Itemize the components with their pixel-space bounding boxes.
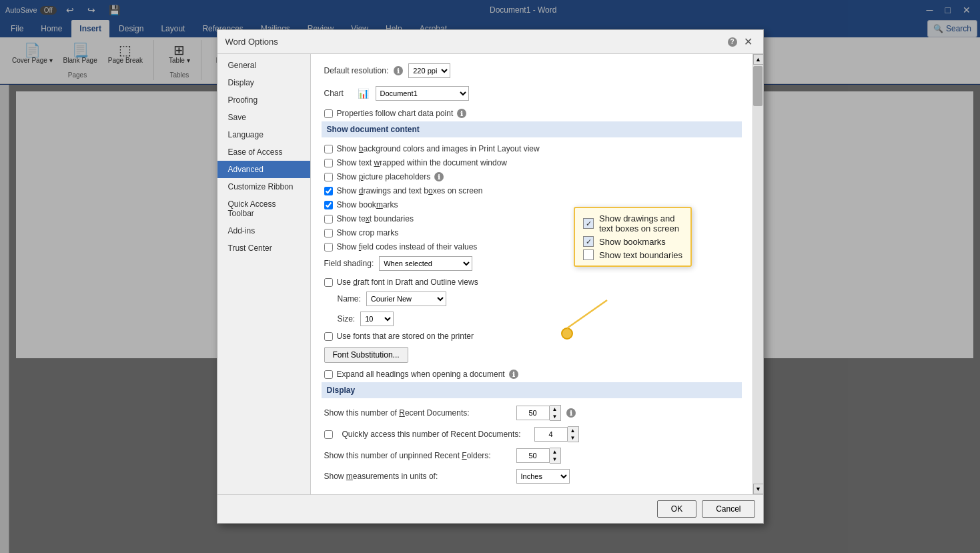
show-field-codes-checkbox[interactable]: [324, 243, 333, 251]
recent-docs-up-button[interactable]: ▲: [550, 406, 560, 413]
display-section-header: Display: [322, 382, 742, 398]
tooltip-check-boundaries: [583, 249, 594, 260]
content-inner: Default resolution: ℹ 220 ppi 96 ppi 150…: [311, 54, 753, 494]
tooltip-row-2: ✓ Show bookmarks: [583, 236, 682, 247]
scroll-down-button[interactable]: ▼: [753, 484, 763, 494]
properties-help-icon[interactable]: ℹ: [457, 109, 466, 118]
sidebar-item-save[interactable]: Save: [217, 109, 310, 126]
sidebar-item-add-ins[interactable]: Add-ins: [217, 222, 310, 239]
resolution-select[interactable]: 220 ppi 96 ppi 150 ppi: [408, 63, 450, 78]
show-text-boundaries-checkbox[interactable]: [324, 215, 333, 223]
font-name-select[interactable]: Courier New Arial Times New Roman: [366, 292, 446, 306]
expand-headings-help-icon[interactable]: ℹ: [509, 370, 518, 379]
field-shading-select[interactable]: When selected Always Never: [379, 256, 472, 271]
quick-access-down-button[interactable]: ▼: [568, 434, 578, 442]
cb-row-3: Show picture placeholders ℹ: [322, 171, 742, 183]
use-printer-fonts-checkbox[interactable]: [324, 332, 333, 341]
modal-help-icon[interactable]: ?: [728, 37, 737, 47]
sidebar-item-trust-center[interactable]: Trust Center: [217, 239, 310, 257]
show-crop-marks-checkbox[interactable]: [324, 229, 333, 237]
resolution-help-icon[interactable]: ℹ: [394, 66, 403, 75]
sidebar-item-quick-access-toolbar[interactable]: Quick Access Toolbar: [217, 195, 310, 222]
name-label: Name:: [338, 294, 361, 304]
show-bookmarks-checkbox[interactable]: [324, 201, 333, 209]
show-text-wrapped-checkbox[interactable]: [324, 159, 333, 167]
show-crop-marks-label: Show crop marks: [337, 228, 399, 237]
chart-doc-select[interactable]: Document1: [376, 86, 469, 101]
properties-checkbox[interactable]: [324, 109, 333, 118]
show-text-wrapped-label: Show text wrapped within the document wi…: [337, 158, 507, 167]
sidebar-item-customize-ribbon[interactable]: Customize Ribbon: [217, 178, 310, 195]
show-bg-checkbox[interactable]: [324, 145, 333, 153]
recent-folders-row: Show this number of unpinned Recent Fold…: [322, 446, 742, 465]
quick-access-label: Quickly access this number of Recent Doc…: [342, 430, 529, 439]
picture-placeholders-help-icon[interactable]: ℹ: [434, 172, 444, 181]
scroll-thumb[interactable]: [753, 66, 763, 106]
expand-headings-checkbox[interactable]: [324, 370, 333, 379]
properties-checkbox-row: Properties follow chart data point ℹ: [322, 107, 742, 119]
field-shading-label: Field shading:: [324, 259, 374, 268]
tooltip-row-3: Show text boundaries: [583, 249, 682, 260]
sidebar-item-display[interactable]: Display: [217, 74, 310, 91]
sidebar-item-ease-of-access[interactable]: Ease of Access: [217, 143, 310, 161]
recent-docs-spinner-buttons: ▲ ▼: [550, 405, 561, 421]
cancel-button[interactable]: Cancel: [702, 500, 755, 518]
show-picture-placeholders-label: Show picture placeholders: [337, 172, 431, 181]
show-doc-content-header: Show document content: [322, 121, 742, 137]
chart-label: Chart: [324, 89, 351, 98]
use-draft-label: Use draft font in Draft and Outline view…: [337, 278, 478, 287]
recent-folders-label: Show this number of unpinned Recent Fold…: [324, 451, 511, 460]
quick-access-checkbox[interactable]: [324, 430, 333, 439]
show-picture-placeholders-checkbox[interactable]: [324, 173, 333, 181]
properties-checkbox-label: Properties follow chart data point: [337, 109, 454, 118]
show-text-boundaries-label: Show text boundaries: [337, 214, 414, 223]
modal-scrollbar[interactable]: ▲ ▼: [753, 54, 763, 494]
sidebar-item-general[interactable]: General: [217, 57, 310, 74]
recent-folders-down-button[interactable]: ▼: [550, 456, 560, 463]
sidebar-item-advanced[interactable]: Advanced: [217, 161, 310, 178]
recent-docs-spinner: ▲ ▼: [516, 405, 561, 421]
modal-close-button[interactable]: ✕: [741, 35, 755, 48]
measurements-row: Show measurements in units of: Inches Ce…: [322, 468, 742, 485]
scroll-up-button[interactable]: ▲: [753, 54, 763, 65]
show-drawings-label: Show drawings and text boxes on screen: [337, 186, 483, 195]
tooltip-label-boundaries: Show text boundaries: [599, 250, 682, 260]
resolution-label: Default resolution:: [324, 66, 389, 75]
sidebar-item-proofing[interactable]: Proofing: [217, 91, 310, 109]
resolution-row: Default resolution: ℹ 220 ppi 96 ppi 150…: [322, 61, 742, 81]
modal-title: Word Options: [225, 37, 278, 47]
cb-row-1: Show background colors and images in Pri…: [322, 143, 742, 155]
quick-access-up-button[interactable]: ▲: [568, 427, 578, 434]
recent-docs-input[interactable]: [516, 406, 550, 420]
word-options-dialog: Word Options ? ✕ General Display Proofin…: [217, 29, 764, 524]
size-label: Size:: [338, 314, 356, 324]
use-draft-checkbox-row: Use draft font in Draft and Outline view…: [322, 276, 742, 288]
font-substitution-button[interactable]: Font Substitution...: [324, 347, 408, 363]
chart-icon: 📊: [358, 88, 369, 99]
show-drawings-checkbox[interactable]: [324, 187, 333, 195]
modal-title-bar: Word Options ? ✕: [217, 30, 763, 54]
font-size-select[interactable]: 10 8 12: [360, 312, 394, 326]
use-printer-fonts-label: Use fonts that are stored on the printer: [337, 332, 474, 341]
quick-access-row: Quickly access this number of Recent Doc…: [322, 425, 742, 444]
quick-access-input[interactable]: [534, 427, 568, 442]
expand-headings-label: Expand all headings when opening a docum…: [337, 370, 505, 379]
measurements-select[interactable]: Inches Centimeters Millimeters Points Pi…: [516, 469, 570, 484]
modal-content-area: Default resolution: ℹ 220 ppi 96 ppi 150…: [311, 54, 763, 494]
recent-folders-up-button[interactable]: ▲: [550, 448, 560, 456]
font-substitution-row: Font Substitution...: [322, 344, 742, 368]
modal-sidebar: General Display Proofing Save Language E…: [217, 54, 311, 494]
sidebar-item-language[interactable]: Language: [217, 126, 310, 143]
show-field-codes-label: Show field codes instead of their values: [337, 242, 478, 251]
font-name-row: Name: Courier New Arial Times New Roman: [322, 290, 742, 308]
recent-docs-label: Show this number of Recent Documents:: [324, 408, 511, 418]
tooltip-check-drawings: ✓: [583, 218, 594, 229]
recent-docs-down-button[interactable]: ▼: [550, 413, 560, 420]
ok-button[interactable]: OK: [657, 500, 696, 518]
use-draft-checkbox[interactable]: [324, 278, 333, 287]
recent-docs-row: Show this number of Recent Documents: ▲ …: [322, 404, 742, 422]
tooltip-check-bookmarks: ✓: [583, 236, 594, 247]
recent-folders-input[interactable]: [516, 448, 550, 463]
tooltip-row-1: ✓ Show drawings andtext boxes on screen: [583, 213, 682, 233]
recent-docs-help-icon[interactable]: ℹ: [566, 408, 576, 418]
